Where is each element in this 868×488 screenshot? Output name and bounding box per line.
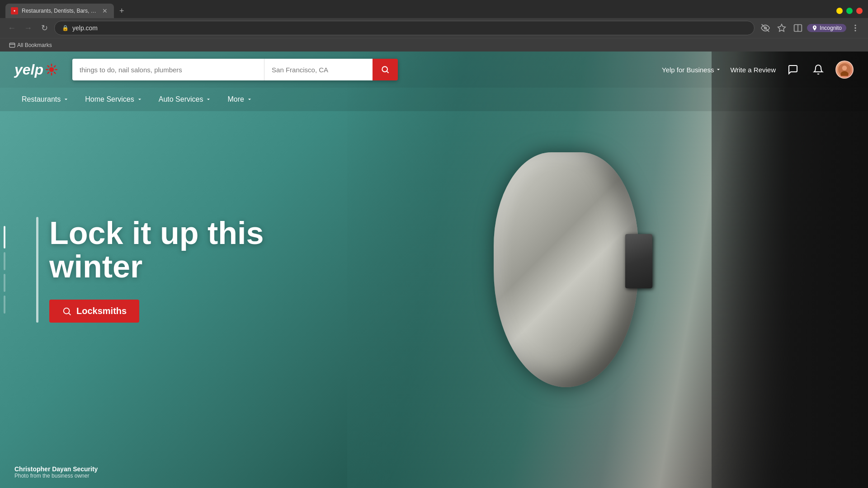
lock-visual <box>347 52 868 488</box>
notifications-icon-button[interactable] <box>810 61 826 78</box>
svg-point-19 <box>382 66 387 72</box>
svg-line-20 <box>387 71 389 73</box>
bookmarks-all-item[interactable]: All Bookmarks <box>5 41 56 49</box>
nav-item-auto-services[interactable]: Auto Services <box>151 92 219 107</box>
yelp-for-business-link[interactable]: Yelp for Business <box>662 66 721 74</box>
svg-rect-17 <box>46 69 48 70</box>
search-button[interactable] <box>373 59 398 80</box>
svg-point-22 <box>842 66 847 70</box>
svg-point-8 <box>855 30 856 31</box>
window-controls <box>836 8 863 14</box>
hero-title: Lock it up this winter <box>49 217 264 283</box>
nav-auto-services-label: Auto Services <box>159 95 203 103</box>
nav-more-label: More <box>227 95 244 103</box>
bookmarks-bar: All Bookmarks <box>0 38 868 52</box>
hero-accent-bar <box>36 217 38 323</box>
home-services-chevron-icon <box>137 97 142 102</box>
messages-icon <box>788 64 798 75</box>
nav-restaurants-label: Restaurants <box>22 95 61 103</box>
svg-marker-3 <box>778 24 786 32</box>
nav-item-restaurants[interactable]: Restaurants <box>14 92 76 107</box>
nav-item-home-services[interactable]: Home Services <box>78 92 149 107</box>
new-tab-button[interactable]: + <box>116 5 128 18</box>
write-review-link[interactable]: Write a Review <box>730 66 776 74</box>
reload-button[interactable]: ↻ <box>38 22 51 34</box>
split-view-icon[interactable] <box>791 21 805 35</box>
slide-dot-1[interactable] <box>4 226 5 249</box>
yelp-page: yelp <box>0 52 868 488</box>
eye-icon[interactable] <box>758 21 773 35</box>
title-bar: Restaurants, Dentists, Bars, Bea... ✕ + <box>0 0 868 18</box>
star-icon[interactable] <box>774 21 789 35</box>
maximize-button[interactable] <box>846 8 853 14</box>
search-where-input[interactable] <box>264 59 373 80</box>
yelp-logo-text: yelp <box>14 61 43 78</box>
bell-icon <box>813 64 824 75</box>
nav-item-more[interactable]: More <box>220 92 259 107</box>
user-avatar[interactable] <box>835 61 854 79</box>
browser-chrome: Restaurants, Dentists, Bars, Bea... ✕ + … <box>0 0 868 52</box>
svg-rect-11 <box>51 64 52 66</box>
menu-icon[interactable] <box>848 21 863 35</box>
yelp-header: yelp <box>0 52 868 88</box>
svg-line-25 <box>69 313 71 315</box>
photo-credit: Christopher Dayan Security Photo from th… <box>14 465 98 479</box>
search-bar <box>72 59 398 80</box>
chevron-down-icon <box>716 67 721 72</box>
tab-bar: Restaurants, Dentists, Bars, Bea... ✕ + <box>5 4 836 18</box>
security-lock-icon: 🔒 <box>62 25 69 31</box>
browser-toolbar: ← → ↻ 🔒 yelp.com Incognito <box>0 18 868 38</box>
search-what-input[interactable] <box>72 59 264 80</box>
svg-rect-13 <box>55 69 57 70</box>
auto-services-chevron-icon <box>206 97 211 102</box>
slide-dot-4[interactable] <box>4 296 5 314</box>
svg-point-6 <box>855 25 856 26</box>
svg-rect-15 <box>51 73 52 75</box>
nav-home-services-label: Home Services <box>85 95 134 103</box>
messages-icon-button[interactable] <box>785 61 801 78</box>
yelp-for-business-text: Yelp for Business <box>662 66 714 74</box>
minimize-button[interactable] <box>836 8 843 14</box>
back-button[interactable]: ← <box>5 22 18 34</box>
svg-point-7 <box>855 28 856 28</box>
svg-rect-9 <box>9 43 15 47</box>
header-actions: Yelp for Business Write a Review <box>662 61 854 79</box>
tab-favicon <box>11 7 18 14</box>
yelp-nav: Restaurants Home Services Auto Services … <box>0 88 868 111</box>
search-icon <box>381 65 390 74</box>
yelp-logo[interactable]: yelp <box>14 61 58 78</box>
tab-title: Restaurants, Dentists, Bars, Bea... <box>22 8 98 14</box>
incognito-badge: Incognito <box>807 24 846 32</box>
address-bar[interactable]: 🔒 yelp.com <box>54 21 755 35</box>
svg-rect-14 <box>53 71 56 74</box>
close-button[interactable] <box>856 8 863 14</box>
incognito-label: Incognito <box>820 25 842 31</box>
yelp-burst-icon <box>45 63 58 76</box>
locksmiths-button[interactable]: Locksmiths <box>49 300 139 323</box>
avatar-image <box>838 63 851 76</box>
photo-credit-desc: Photo from the business owner <box>14 473 98 479</box>
browser-tab-active[interactable]: Restaurants, Dentists, Bars, Bea... ✕ <box>5 4 114 18</box>
slide-dot-3[interactable] <box>4 274 5 292</box>
more-chevron-icon <box>247 97 252 102</box>
hero-content: Lock it up this winter Locksmiths <box>36 217 264 323</box>
tab-close-button[interactable]: ✕ <box>101 7 108 14</box>
bookmarks-label: All Bookmarks <box>17 42 52 48</box>
forward-button[interactable]: → <box>22 22 34 34</box>
svg-point-24 <box>64 308 70 314</box>
locksmiths-search-icon <box>62 306 72 316</box>
slide-indicators <box>4 226 5 314</box>
slide-dot-2[interactable] <box>4 252 5 270</box>
svg-point-10 <box>49 67 54 72</box>
svg-rect-16 <box>47 71 50 74</box>
toolbar-actions: Incognito <box>758 21 863 35</box>
restaurants-chevron-icon <box>63 97 69 102</box>
url-text: yelp.com <box>72 24 98 32</box>
svg-rect-12 <box>53 65 56 68</box>
svg-rect-18 <box>47 65 50 68</box>
photo-credit-name: Christopher Dayan Security <box>14 465 98 473</box>
